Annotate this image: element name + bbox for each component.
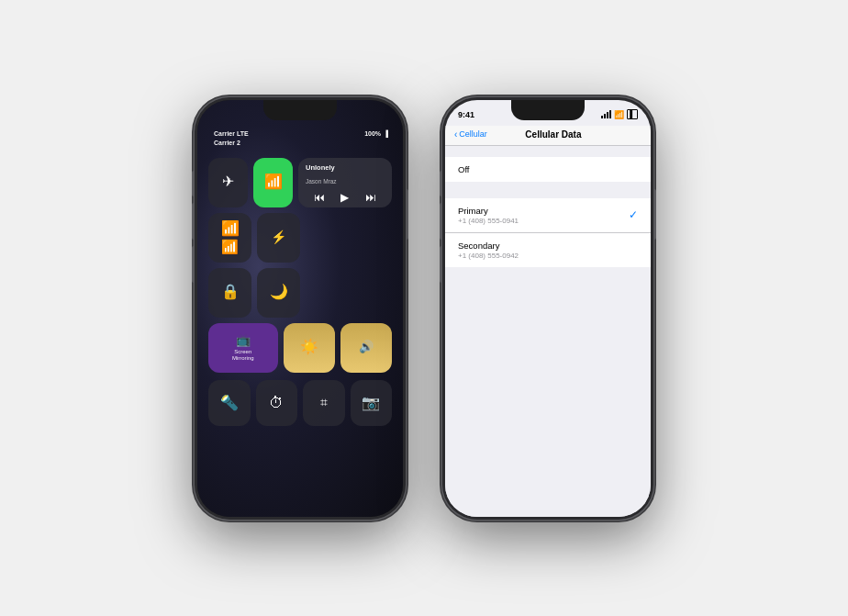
left-phone: Carrier LTE Carrier 2 100% ▐ ✈ 📶 Unlonel… (195, 97, 406, 520)
battery-percent: 100% (364, 129, 381, 139)
cellular-tile[interactable]: 📶 (253, 158, 293, 207)
primary-number: +1 (408) 555-0941 (458, 217, 519, 225)
wifi-status-icon: 📶 (614, 110, 624, 119)
media-tile[interactable]: Unlonely Jason Mraz ⏮ ▶ ⏭ (298, 158, 392, 207)
bar2 (604, 114, 606, 118)
airplane-mode-tile[interactable]: ✈ (208, 158, 248, 207)
bar4 (609, 110, 611, 118)
battery-icon: ▐ (384, 129, 388, 139)
carrier1-label: Carrier LTE (214, 129, 249, 140)
timer-tile[interactable]: ⏱ (256, 380, 298, 426)
primary-row[interactable]: Primary +1 (408) 555-0941 ✓ (445, 198, 651, 233)
wifi-icon: 📶 (221, 219, 240, 237)
brightness-tile[interactable]: ☀️ (284, 323, 335, 373)
secondary-row[interactable]: Secondary +1 (408) 555-0942 (445, 233, 651, 267)
back-button[interactable]: ‹ Cellular (454, 129, 487, 140)
sim-section: Primary +1 (408) 555-0941 ✓ Secondary +1… (445, 198, 651, 267)
settings-nav-bar: ‹ Cellular Cellular Data (445, 126, 651, 145)
secondary-title: Secondary (458, 241, 519, 251)
media-song-label: Unlonely (306, 163, 385, 172)
wifi-symbol: 📶 (221, 239, 239, 255)
primary-checkmark: ✓ (629, 208, 638, 221)
right-notch (511, 100, 585, 120)
signal-bars (601, 110, 611, 118)
battery-status-icon: ▌ (627, 109, 638, 119)
off-row-title: Off (458, 164, 470, 174)
do-not-disturb-tile[interactable]: 🌙 (257, 268, 300, 318)
off-row-left: Off (458, 164, 470, 174)
right-volume-up-button[interactable] (440, 203, 442, 240)
cc-row-2: 📶 📶 ⚡ (208, 213, 392, 263)
bar3 (607, 112, 608, 118)
right-phone: 9:41 📶 ▌ ‹ Cellular (442, 97, 653, 520)
cc-bottom-row: 🔦 ⏱ ⌗ 📷 (208, 380, 392, 426)
flashlight-icon: 🔦 (220, 394, 239, 411)
volume-tile[interactable]: 🔊 (340, 323, 392, 373)
camera-tile[interactable]: 📷 (351, 380, 393, 426)
calculator-icon: ⌗ (320, 395, 328, 410)
previous-track-button[interactable]: ⏮ (314, 191, 325, 204)
right-sleep-wake-button[interactable] (653, 189, 656, 240)
media-controls: ⏮ ▶ ⏭ (306, 191, 385, 204)
camera-icon: 📷 (362, 394, 380, 411)
flashlight-tile[interactable]: 🔦 (208, 380, 251, 426)
back-chevron-icon: ‹ (454, 129, 457, 140)
primary-title: Primary (458, 206, 519, 216)
spacer2 (306, 268, 392, 318)
battery-status: 100% ▐ (364, 129, 388, 139)
notch (263, 100, 337, 120)
section-gap-1 (445, 182, 651, 198)
cc-row-1: ✈ 📶 Unlonely Jason Mraz ⏮ ▶ ⏭ (208, 158, 392, 207)
bar1 (601, 116, 603, 118)
right-screen: 9:41 📶 ▌ ‹ Cellular (445, 100, 651, 517)
rotation-lock-tile[interactable]: 🔒 (208, 268, 251, 318)
bluetooth-tile[interactable]: ⚡ (257, 213, 300, 263)
mute-button[interactable] (192, 171, 195, 196)
play-pause-button[interactable]: ▶ (340, 191, 349, 204)
status-icons: 📶 ▌ (601, 109, 638, 119)
wifi-tile[interactable]: 📶 📶 (208, 213, 251, 263)
calculator-tile[interactable]: ⌗ (303, 380, 345, 426)
cc-row-4: 📺 ScreenMirroring ☀️ 🔊 (208, 323, 392, 373)
volume-down-button[interactable] (192, 246, 195, 283)
back-label: Cellular (459, 129, 487, 139)
screen-mirroring-tile[interactable]: 📺 ScreenMirroring (208, 323, 278, 373)
media-artist-label: Jason Mraz (306, 178, 385, 185)
left-screen: Carrier LTE Carrier 2 100% ▐ ✈ 📶 Unlonel… (197, 100, 403, 517)
off-section: Off (445, 157, 651, 182)
timer-icon: ⏱ (269, 395, 284, 411)
secondary-number: +1 (408) 555-0942 (458, 252, 519, 260)
spacer (306, 213, 392, 263)
screen-mirror-icon: 📺 (236, 333, 251, 347)
primary-row-left: Primary +1 (408) 555-0941 (458, 206, 519, 225)
volume-icon: 🔊 (359, 340, 374, 353)
carrier2-label: Carrier 2 (214, 139, 249, 149)
right-mute-button[interactable] (440, 171, 442, 196)
control-center: Carrier LTE Carrier 2 100% ▐ ✈ 📶 Unlonel… (197, 100, 403, 517)
volume-up-button[interactable] (192, 203, 195, 240)
status-bar: Carrier LTE Carrier 2 100% ▐ (208, 126, 392, 152)
secondary-row-left: Secondary +1 (408) 555-0942 (458, 241, 519, 260)
moon-icon: 🌙 (270, 283, 288, 300)
brightness-icon: ☀️ (300, 338, 318, 355)
right-volume-down-button[interactable] (440, 246, 442, 283)
off-row[interactable]: Off (445, 157, 651, 182)
rotation-icon: 🔒 (221, 283, 240, 300)
screen-mirror-label: ScreenMirroring (232, 349, 254, 362)
carrier-info: Carrier LTE Carrier 2 (214, 129, 249, 149)
airplane-icon: ✈ (222, 173, 234, 190)
bluetooth-icon: ⚡ (271, 230, 286, 244)
cellular-icon: 📶 (264, 173, 283, 190)
status-time: 9:41 (458, 110, 474, 119)
sleep-wake-button[interactable] (406, 189, 408, 240)
settings-body: Off Primary +1 (408) 555-0941 ✓ (445, 146, 651, 517)
nav-title: Cellular Data (493, 129, 614, 140)
cc-row-3: 🔒 🌙 (208, 268, 392, 318)
settings-app: 9:41 📶 ▌ ‹ Cellular (445, 100, 651, 517)
next-track-button[interactable]: ⏭ (365, 191, 376, 204)
